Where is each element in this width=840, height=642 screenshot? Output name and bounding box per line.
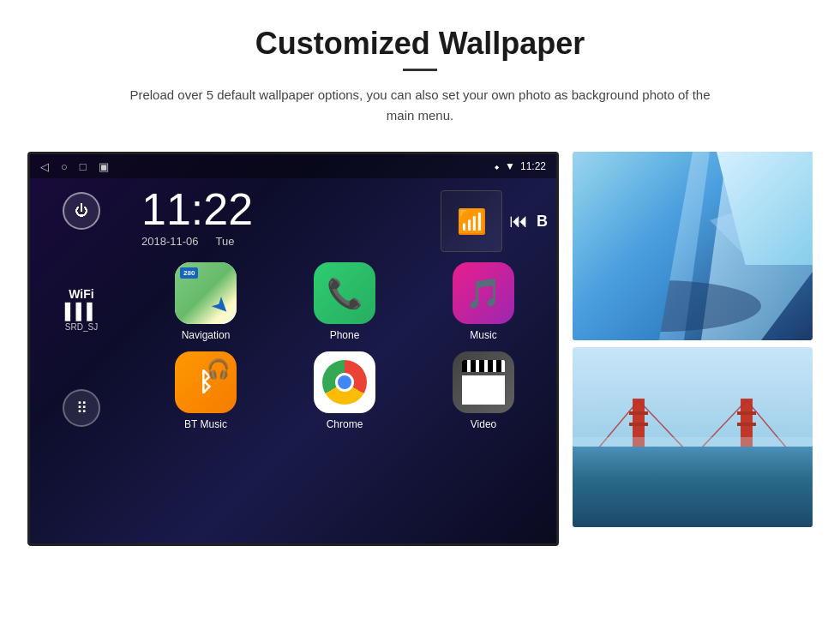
chrome-outer-ring	[322, 360, 367, 405]
phone-label: Phone	[330, 329, 360, 341]
wallpaper-bridge[interactable]: CarSetting	[573, 347, 813, 527]
app-music[interactable]: 🎵 Music	[419, 262, 548, 341]
video-icon	[453, 351, 514, 413]
headphone-icon: 🎧	[207, 358, 230, 381]
app-chrome[interactable]: Chrome	[280, 351, 409, 430]
page-subtitle: Preload over 5 default wallpaper options…	[120, 85, 720, 126]
back-icon[interactable]: ◁	[40, 160, 49, 173]
music-label: Music	[470, 329, 496, 341]
media-controls: 📶 ⏮ B	[441, 190, 548, 252]
wifi-icon: ▼	[505, 160, 515, 172]
music-symbol: 🎵	[465, 276, 501, 310]
phone-symbol: 📞	[327, 276, 363, 310]
status-right: ⬥ ▼ 11:22	[494, 160, 546, 172]
app-phone[interactable]: 📞 Phone	[280, 262, 409, 341]
screenshot-icon[interactable]: ▣	[99, 160, 109, 173]
ice-cave-svg	[573, 152, 813, 340]
svg-rect-20	[573, 480, 813, 482]
android-center: 11:22 2018-11-06 Tue 📶 ⏮ B	[133, 178, 556, 441]
bridge-scene-image: CarSetting	[573, 347, 813, 527]
page-title: Customized Wallpaper	[255, 26, 585, 62]
android-body: ⏻ WiFi ▌▌▌ SRD_SJ ⠿ 11:22 2018-11-06	[30, 178, 556, 441]
video-icon-wrapper	[453, 351, 514, 413]
recents-icon[interactable]: □	[80, 160, 87, 173]
svg-rect-22	[573, 437, 813, 454]
clapper-top	[462, 360, 505, 372]
app-grid: 280 ➤ Navigation 📞 Phone	[133, 252, 556, 441]
phone-icon: 📞	[314, 262, 375, 324]
status-bar: ◁ ○ □ ▣ ⬥ ▼ 11:22	[30, 154, 556, 178]
media-title: B	[537, 213, 548, 231]
svg-marker-4	[607, 186, 658, 246]
app-navigation[interactable]: 280 ➤ Navigation	[141, 262, 270, 341]
music-icon: 🎵	[453, 262, 514, 324]
navigation-label: Navigation	[182, 329, 231, 341]
bridge-svg: CarSetting	[573, 347, 813, 527]
clock-info: 11:22 2018-11-06 Tue	[141, 187, 253, 248]
clock-status: 11:22	[520, 160, 546, 172]
svg-rect-12	[629, 423, 648, 426]
chrome-label: Chrome	[327, 418, 363, 430]
nav-icons: ◁ ○ □ ▣	[40, 160, 109, 173]
wifi-bars-icon: ▌▌▌	[65, 303, 98, 321]
svg-rect-7	[573, 459, 813, 527]
wallpaper-ice-cave[interactable]	[573, 152, 813, 340]
svg-rect-14	[737, 423, 756, 426]
app-btmusic[interactable]: ᛒ 🎧 BT Music	[141, 351, 270, 430]
power-button[interactable]: ⏻	[63, 192, 100, 230]
chrome-inner-circle	[335, 373, 354, 392]
android-screen: ◁ ○ □ ▣ ⬥ ▼ 11:22 ⏻ WiFi ▌▌▌ SRD_SJ	[27, 152, 559, 546]
prev-track-icon[interactable]: ⏮	[509, 210, 528, 232]
svg-rect-21	[573, 493, 813, 495]
svg-rect-13	[737, 411, 756, 415]
wifi-label: WiFi	[65, 287, 98, 302]
btmusic-icon: ᛒ 🎧	[175, 351, 237, 413]
svg-rect-8	[590, 448, 795, 453]
clock-date: 2018-11-06 Tue	[141, 235, 253, 248]
date-display: 2018-11-06	[141, 235, 199, 248]
main-content: ◁ ○ □ ▣ ⬥ ▼ 11:22 ⏻ WiFi ▌▌▌ SRD_SJ	[34, 152, 806, 546]
btmusic-label: BT Music	[184, 418, 227, 430]
video-label: Video	[471, 418, 496, 430]
clock-area: 11:22 2018-11-06 Tue 📶 ⏮ B	[133, 178, 556, 252]
svg-rect-19	[573, 467, 813, 469]
media-buttons: ⏮ B	[509, 210, 548, 232]
navigation-icon: 280 ➤	[175, 262, 237, 324]
svg-rect-23	[710, 491, 813, 527]
svg-rect-10	[741, 399, 753, 467]
all-apps-button[interactable]: ⠿	[63, 389, 100, 427]
signal-icon: 📶	[457, 207, 487, 236]
ice-cave-image	[573, 152, 813, 340]
svg-rect-9	[633, 399, 645, 467]
title-divider	[403, 69, 437, 71]
wallpaper-thumbnails: CarSetting	[573, 152, 813, 527]
left-sidebar: ⏻ WiFi ▌▌▌ SRD_SJ ⠿	[30, 178, 133, 441]
app-video[interactable]: Video	[419, 351, 548, 430]
svg-rect-11	[629, 411, 648, 415]
media-app-icon: 📶	[441, 190, 502, 252]
clapper-body	[462, 375, 505, 405]
nav-badge: 280	[180, 267, 198, 279]
wifi-ssid: SRD_SJ	[65, 322, 98, 332]
home-icon[interactable]: ○	[61, 160, 68, 173]
day-display: Tue	[216, 235, 235, 248]
chrome-icon	[314, 351, 375, 413]
location-icon: ⬥	[494, 160, 500, 172]
svg-text:CarSetting: CarSetting	[737, 504, 786, 516]
clock-time: 11:22	[141, 187, 253, 231]
wifi-widget: WiFi ▌▌▌ SRD_SJ	[65, 287, 98, 333]
